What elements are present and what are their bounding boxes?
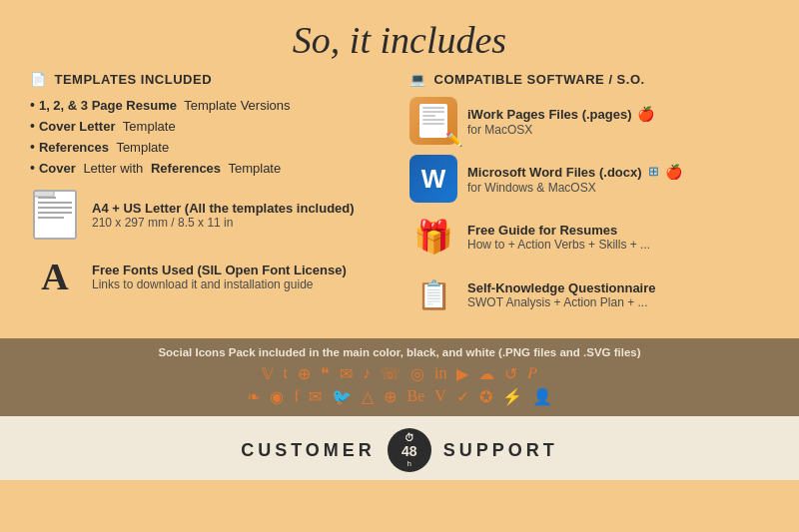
software-section-header: 💻 COMPATIBLE SOFTWARE / S.O. [409,72,769,87]
social-icon-slack[interactable]: ⚡ [502,387,522,406]
social-icon-pinterest[interactable]: ⊕ [298,364,311,383]
template-list: 1, 2, & 3 Page Resume Template Versions … [30,97,390,176]
swot-text: Self-Knowledge Questionnaire SWOT Analys… [467,280,656,309]
social-icon-star[interactable]: ✪ [479,387,492,406]
a4-icon [30,190,80,240]
support-badge: ⏱ 48 h [388,428,431,472]
fonts-info-row: A Free Fonts Used (SIL Open Font License… [30,252,390,301]
social-icon-music[interactable]: ♪ [363,364,371,383]
customer-text: CUSTOMER [241,440,376,461]
svg-rect-3 [38,207,72,209]
font-icon: A [30,252,80,301]
templates-header-text: TEMPLATES INCLUDED [55,72,213,87]
software-icon: 💻 [409,72,426,87]
social-icon-vine[interactable]: V [434,387,446,406]
svg-rect-2 [38,202,72,204]
list-item: References Template [30,139,390,155]
fonts-text: Free Fonts Used (SIL Open Font License) … [92,263,347,291]
social-icon-tumblr[interactable]: t [284,364,288,383]
support-section: CUSTOMER ⏱ 48 h SUPPORT [0,416,799,480]
left-column: 📄 TEMPLATES INCLUDED 1, 2, & 3 Page Resu… [30,72,390,328]
main-content: 📄 TEMPLATES INCLUDED 1, 2, & 3 Page Resu… [0,72,799,328]
social-icon-google[interactable]: △ [362,387,374,406]
social-icon-quote[interactable]: ❝ [321,364,330,383]
support-text: SUPPORT [443,440,558,461]
social-icon-whatsapp[interactable]: ✓ [456,387,469,406]
social-icons-row-2: ❧ ◉ f ✉ 🐦 △ ⊕ Be V ✓ ✪ ⚡ 👤 [30,387,769,406]
iwork-text: iWork Pages Files (.pages) 🍎 for MacOSX [467,106,654,137]
social-icon-phone[interactable]: ☏ [381,364,400,383]
questionnaire-icon: 📋 [409,270,457,318]
social-icon-user[interactable]: 👤 [532,387,552,406]
word-item: W Microsoft Word Files (.docx) ⊞ 🍎 for W… [409,155,769,203]
social-icon-soundcloud[interactable]: ☁ [478,364,494,383]
page-title: So, it includes [0,18,799,62]
pen-icon: ✏️ [445,131,462,148]
social-icon-behance[interactable]: Be [406,387,424,406]
gift-icon: 🎁 [409,213,457,261]
right-column: 💻 COMPATIBLE SOFTWARE / S.O. ✏️ iWork Pa… [409,72,769,328]
social-icon-pinterest2[interactable]: 𝑃 [527,364,537,383]
apple-icon: 🍎 [637,106,654,123]
social-icon-vimeo[interactable]: 𝕍 [262,364,274,383]
guide-text: Free Guide for Resumes How to + Action V… [467,223,650,252]
social-header: Social Icons Pack included in the main c… [30,346,769,358]
social-icon-mail[interactable]: ✉ [340,364,353,383]
badge-number: 48 [401,443,417,459]
templates-section-header: 📄 TEMPLATES INCLUDED [30,72,390,87]
social-icon-envelope[interactable]: ✉ [309,387,322,406]
social-icon-stumble[interactable]: ⊕ [384,387,397,406]
social-icon-rss[interactable]: ◉ [270,387,284,406]
social-icon-dribbble[interactable]: ◎ [410,364,424,383]
a4-text: A4 + US Letter (All the templates includ… [92,201,355,230]
social-icon-twitter[interactable]: 🐦 [332,387,352,406]
svg-rect-4 [38,212,72,214]
pages-icon: ✏️ [409,97,457,145]
software-header-text: COMPATIBLE SOFTWARE / S.O. [434,72,645,87]
word-text: Microsoft Word Files (.docx) ⊞ 🍎 for Win… [467,164,682,195]
iwork-item: ✏️ iWork Pages Files (.pages) 🍎 for MacO… [409,97,769,145]
svg-rect-6 [34,191,54,197]
document-svg [32,189,78,241]
list-item: Cover Letter Template [30,118,390,134]
social-section: Social Icons Pack included in the main c… [0,338,799,416]
apple-icon-2: 🍎 [665,164,682,181]
social-icon-refresh[interactable]: ↺ [504,364,517,383]
svg-rect-5 [38,217,64,219]
social-icons-row-1: 𝕍 t ⊕ ❝ ✉ ♪ ☏ ◎ in ▶ ☁ ↺ 𝑃 [30,364,769,383]
social-icon-lastfm[interactable]: ❧ [247,387,260,406]
title-section: So, it includes [0,0,799,72]
social-icon-facebook[interactable]: f [294,387,299,406]
windows-icon: ⊞ [648,164,659,180]
word-icon: W [409,155,457,203]
social-icon-linkedin[interactable]: in [434,364,446,383]
template-icon: 📄 [30,72,47,87]
list-item: Cover Letter with References Template [30,160,390,176]
list-item: 1, 2, & 3 Page Resume Template Versions [30,97,390,113]
a4-info-row: A4 + US Letter (All the templates includ… [30,190,390,240]
guide-item: 🎁 Free Guide for Resumes How to + Action… [409,213,769,261]
swot-item: 📋 Self-Knowledge Questionnaire SWOT Anal… [409,270,769,318]
social-icon-youtube[interactable]: ▶ [456,364,468,383]
